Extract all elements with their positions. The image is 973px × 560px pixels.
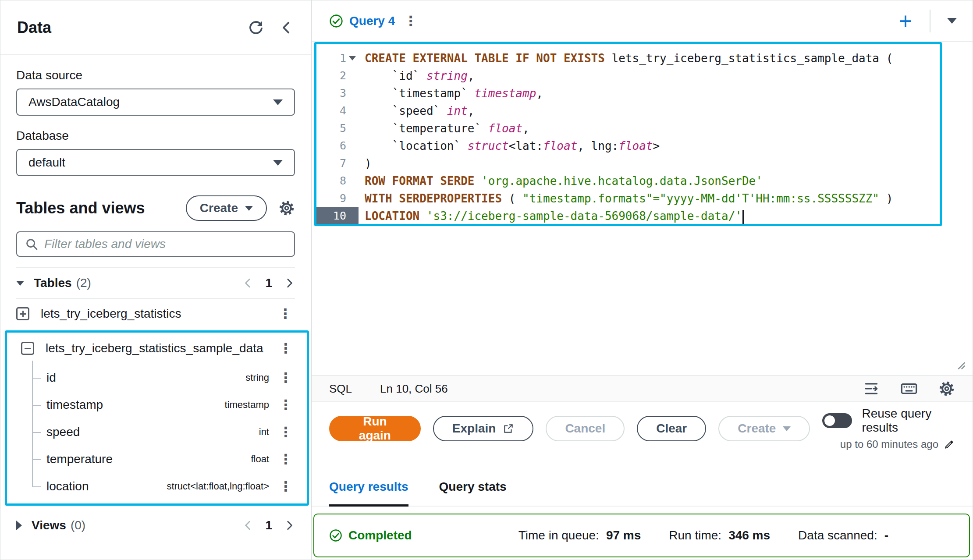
data-panel-body: Data source AwsDataCatalog Database defa…: [0, 55, 311, 560]
query-tab-bar: Query 4 ⋮ +: [312, 0, 973, 42]
line-number: 6: [316, 137, 359, 155]
tables-count: (2): [76, 276, 91, 290]
editor-settings-icon[interactable]: [938, 380, 955, 397]
resize-handle-icon[interactable]: [953, 358, 966, 371]
search-icon: [25, 237, 38, 251]
line-number: 1: [316, 50, 359, 67]
code-line[interactable]: 6 `location` struct<lat:float, lng:float…: [316, 137, 940, 155]
column-row[interactable]: locationstruct<lat:float,lng:float>⋮: [21, 473, 295, 500]
chevron-down-icon: [783, 426, 791, 431]
kebab-menu-button[interactable]: ⋮: [276, 425, 295, 439]
column-type: float: [251, 454, 269, 465]
table-name[interactable]: lets_try_iceberg_statistics: [41, 307, 276, 321]
column-row[interactable]: temperaturefloat⋮: [21, 446, 295, 473]
data-source-select[interactable]: AwsDataCatalog: [16, 89, 295, 116]
sql-editor[interactable]: 1CREATE EXTERNAL TABLE IF NOT EXISTS let…: [312, 42, 973, 375]
code-line[interactable]: 3 `timestamp` timestamp,: [316, 85, 940, 102]
explain-button[interactable]: Explain: [433, 416, 534, 441]
line-number: 7: [316, 155, 359, 172]
new-tab-button[interactable]: +: [899, 10, 912, 32]
format-query-icon[interactable]: [863, 380, 880, 397]
section-expand-icon[interactable]: [16, 521, 22, 530]
create-button[interactable]: Create: [186, 195, 267, 221]
code-line[interactable]: 7): [316, 155, 940, 172]
run-again-button[interactable]: Run again: [329, 416, 421, 441]
chevron-down-icon: [273, 160, 283, 166]
table-row: lets_try_iceberg_statistics_sample_data …: [21, 333, 295, 364]
gear-icon[interactable]: [278, 200, 295, 216]
database-label: Database: [16, 129, 295, 143]
fold-caret-icon[interactable]: [349, 56, 356, 60]
column-row[interactable]: timestamptimestamp⋮: [21, 391, 295, 418]
line-number: 4: [316, 102, 359, 120]
reuse-results-toggle[interactable]: [822, 413, 852, 428]
tab-query-4[interactable]: Query 4 ⋮: [329, 14, 420, 28]
filter-tables-field: [16, 231, 295, 257]
page-next-icon[interactable]: [284, 520, 295, 531]
data-panel-title: Data: [17, 18, 248, 37]
code-line[interactable]: 5 `temperature` float,: [316, 120, 940, 137]
column-row[interactable]: idstring⋮: [21, 364, 295, 391]
create-dropdown-button[interactable]: Create: [718, 416, 810, 441]
kebab-menu-button[interactable]: ⋮: [276, 307, 295, 321]
expand-table-icon[interactable]: [16, 307, 29, 320]
line-number: 3: [316, 85, 359, 102]
line-number: 9: [316, 190, 359, 207]
page-prev-icon[interactable]: [242, 277, 254, 289]
code-lines: 1CREATE EXTERNAL TABLE IF NOT EXISTS let…: [314, 42, 942, 226]
code-line[interactable]: 2 `id` string,: [316, 67, 940, 85]
clear-button[interactable]: Clear: [637, 416, 706, 441]
kebab-menu-button[interactable]: ⋮: [276, 479, 295, 493]
column-name: timestamp: [46, 398, 103, 412]
kebab-menu-button[interactable]: ⋮: [276, 341, 295, 355]
views-count: (0): [71, 518, 85, 532]
data-panel: Data Data source AwsDataCatalog Database…: [0, 0, 312, 560]
tab-list-dropdown-icon[interactable]: [947, 18, 957, 24]
edit-pencil-icon[interactable]: [944, 439, 955, 450]
line-number: 2: [316, 67, 359, 85]
kebab-menu-button[interactable]: ⋮: [276, 398, 295, 412]
database-select[interactable]: default: [16, 149, 295, 176]
code-line[interactable]: 1CREATE EXTERNAL TABLE IF NOT EXISTS let…: [316, 50, 940, 67]
code-line[interactable]: 4 `speed` int,: [316, 102, 940, 120]
check-circle-icon: [329, 529, 342, 542]
refresh-icon[interactable]: [248, 19, 264, 36]
chevron-down-icon: [273, 99, 283, 105]
collapse-table-icon[interactable]: [21, 342, 34, 355]
keyboard-shortcuts-icon[interactable]: [900, 379, 918, 398]
page-number: 1: [265, 276, 272, 290]
table-name[interactable]: lets_try_iceberg_statistics_sample_data: [46, 341, 276, 355]
reuse-query-results-group: Reuse query results up to 60 minutes ago: [822, 407, 955, 450]
code-line[interactable]: 8ROW FORMAT SERDE 'org.apache.hive.hcata…: [316, 172, 940, 190]
section-collapse-icon[interactable]: [16, 281, 24, 286]
collapse-panel-icon[interactable]: [279, 20, 294, 35]
column-type: struct<lat:float,lng:float>: [167, 481, 269, 492]
kebab-menu-button[interactable]: ⋮: [276, 452, 295, 466]
tab-query-stats[interactable]: Query stats: [439, 480, 507, 507]
column-name: temperature: [46, 452, 113, 466]
filter-tables-input[interactable]: [44, 237, 286, 251]
column-row[interactable]: speedint⋮: [21, 418, 295, 446]
views-pagination: 1: [242, 518, 295, 532]
code-line[interactable]: 9WITH SERDEPROPERTIES ( "timestamp.forma…: [316, 190, 940, 207]
tables-and-views-title: Tables and views: [16, 199, 186, 217]
cancel-button[interactable]: Cancel: [546, 416, 625, 441]
page-next-icon[interactable]: [284, 277, 295, 289]
data-panel-header: Data: [0, 0, 311, 55]
tab-query-results[interactable]: Query results: [329, 480, 408, 507]
metric-time-in-queue: Time in queue:97 ms: [518, 528, 641, 542]
query-status-banner: Completed Time in queue:97 ms Run time:3…: [313, 514, 970, 557]
query-tab-label: Query 4: [349, 14, 395, 28]
text-cursor: [742, 210, 744, 224]
kebab-menu-button[interactable]: ⋮: [401, 14, 420, 28]
page-prev-icon[interactable]: [242, 520, 254, 531]
reuse-duration-text: up to 60 minutes ago: [840, 438, 938, 450]
kebab-menu-button[interactable]: ⋮: [276, 371, 295, 385]
views-section-row: Views (0) 1: [16, 510, 295, 541]
status-badge: Completed: [348, 528, 412, 542]
data-source-label: Data source: [16, 68, 295, 82]
page-number: 1: [265, 518, 272, 532]
code-line[interactable]: 10LOCATION 's3://iceberg-sample-data-569…: [316, 207, 940, 225]
results-tab-bar: Query results Query stats: [312, 472, 973, 507]
chevron-down-icon: [245, 206, 253, 211]
